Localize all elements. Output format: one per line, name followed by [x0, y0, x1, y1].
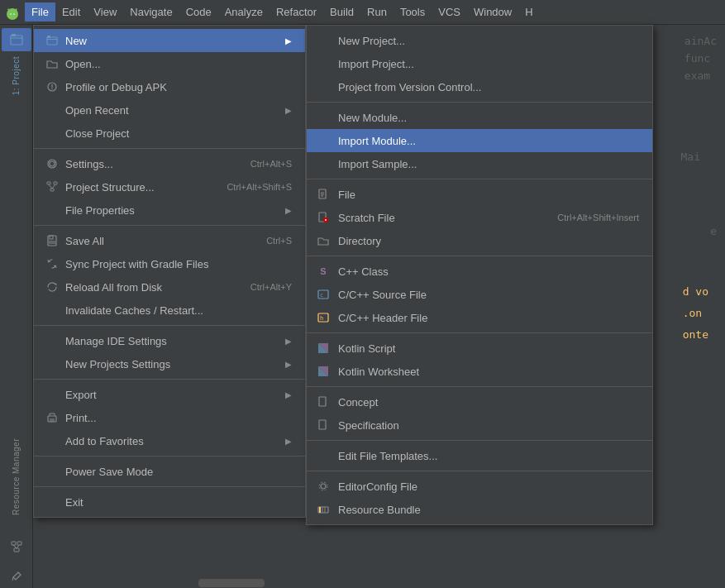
bg-code-line-7: .on [683, 303, 708, 324]
menubar: File Edit View Navigate Code Analyze Ref… [0, 0, 725, 25]
submenu-cpp-source[interactable]: c C/C++ Source File [307, 283, 652, 306]
svg-point-4 [10, 13, 12, 15]
menu-item-close-project[interactable]: Close Project [34, 122, 305, 145]
open-folder-icon [44, 55, 60, 72]
submenu-concept[interactable]: Concept [307, 390, 652, 414]
menu-item-exit[interactable]: Exit [34, 490, 305, 514]
submenu-resource-bundle[interactable]: Resource Bundle [307, 498, 652, 521]
submenu-specification[interactable]: Specification [307, 414, 652, 437]
menu-item-reload[interactable]: Reload All from Disk Ctrl+Alt+Y [34, 275, 305, 299]
submenu-scratch-file[interactable]: Scratch File Ctrl+Alt+Shift+Insert [307, 206, 652, 229]
submenu-file[interactable]: File [307, 183, 652, 206]
menubar-build[interactable]: Build [323, 2, 360, 22]
cpp-source-icon: c [315, 286, 331, 303]
svg-line-23 [52, 184, 55, 189]
submenu-directory[interactable]: Directory [307, 229, 652, 252]
menu-sep-1 [34, 148, 305, 149]
manage-ide-arrow-icon: ▶ [285, 337, 292, 346]
menu-item-print[interactable]: Print... [34, 406, 305, 429]
submenu-directory-label: Directory [338, 235, 639, 247]
resource-bundle-icon [315, 501, 331, 518]
menubar-refactor[interactable]: Refactor [269, 2, 323, 22]
menu-item-new-projects-settings[interactable]: New Projects Settings ▶ [34, 352, 305, 375]
submenu-kotlin-worksheet-label: Kotlin Worksheet [338, 366, 639, 378]
menu-item-export[interactable]: Export ▶ [34, 383, 305, 406]
menubar-run[interactable]: Run [360, 2, 394, 22]
sidebar-project-btn[interactable] [2, 28, 31, 51]
menubar-tools[interactable]: Tools [394, 2, 432, 22]
menubar-edit[interactable]: Edit [55, 2, 87, 22]
submenu-cpp-source-label: C/C++ Source File [338, 289, 639, 301]
menubar-view[interactable]: View [87, 2, 123, 22]
menubar-window[interactable]: Window [467, 2, 518, 22]
submenu-kotlin-script[interactable]: Kotlin Script [307, 337, 652, 360]
open-recent-icon [44, 102, 60, 118]
menubar-code[interactable]: Code [179, 2, 218, 22]
import-project-icon [315, 55, 331, 72]
submenu-sep-3 [307, 256, 652, 256]
menu-item-power-save[interactable]: Power Save Mode [34, 460, 305, 483]
submenu-project-vcs-label: Project from Version Control... [338, 81, 639, 93]
new-module-icon [315, 109, 331, 126]
menu-item-sync-gradle[interactable]: Sync Project with Gradle Files [34, 252, 305, 275]
menu-item-exit-label: Exit [65, 496, 292, 509]
menu-item-invalidate-label: Invalidate Caches / Restart... [65, 304, 292, 317]
submenu-sep-7 [307, 471, 652, 471]
menubar-navigate[interactable]: Navigate [123, 2, 179, 22]
sidebar-structure-btn[interactable] [2, 535, 31, 558]
menu-item-close-project-label: Close Project [65, 127, 292, 140]
submenu-edit-templates[interactable]: Edit File Templates... [307, 444, 652, 467]
menu-item-add-favorites[interactable]: Add to Favorites ▶ [34, 429, 305, 452]
android-icon [3, 3, 21, 22]
submenu-cpp-class[interactable]: S C++ Class [307, 260, 652, 283]
svg-line-22 [49, 184, 52, 189]
submenu-kotlin-worksheet[interactable]: Kotlin Worksheet [307, 360, 652, 383]
project-panel-label[interactable]: 1: Project [12, 56, 21, 95]
submenu-import-project[interactable]: Import Project... [307, 52, 652, 75]
kotlin-worksheet-icon [315, 363, 331, 380]
menu-item-save-all[interactable]: Save All Ctrl+S [34, 229, 305, 252]
svg-text:c: c [320, 292, 323, 299]
submenu-editorconfig[interactable]: EditorConfig File [307, 475, 652, 498]
add-favorites-icon [44, 433, 60, 449]
svg-line-13 [12, 577, 13, 581]
submenu-project-vcs[interactable]: Project from Version Control... [307, 75, 652, 98]
menubar-vcs[interactable]: VCS [432, 2, 467, 22]
submenu-new-module[interactable]: New Module... [307, 106, 652, 129]
menu-item-open-recent[interactable]: Open Recent ▶ [34, 98, 305, 122]
menu-item-settings[interactable]: Settings... Ctrl+Alt+S [34, 152, 305, 175]
menu-item-export-label: Export [65, 389, 279, 401]
submenu-scratch-file-label: Scratch File [338, 212, 544, 224]
menu-item-add-favorites-label: Add to Favorites [65, 435, 279, 447]
menubar-file[interactable]: File [25, 2, 55, 22]
scrollbar-thumb[interactable] [198, 579, 265, 587]
menu-item-new-label: New [65, 35, 279, 47]
project-icon [10, 33, 23, 46]
open-recent-arrow-icon: ▶ [285, 106, 292, 115]
menu-item-profile[interactable]: Profile or Debug APK [34, 75, 305, 98]
svg-rect-14 [47, 37, 57, 45]
bottom-scrollbar[interactable] [33, 578, 725, 588]
menubar-h[interactable]: H [518, 2, 539, 22]
menu-item-file-properties[interactable]: File Properties ▶ [34, 198, 305, 222]
save-all-icon [44, 232, 60, 249]
menu-item-project-structure[interactable]: Project Structure... Ctrl+Alt+Shift+S [34, 175, 305, 198]
submenu-import-module[interactable]: Import Module... [307, 129, 652, 152]
menu-item-project-structure-label: Project Structure... [65, 181, 210, 194]
menu-item-open[interactable]: Open... [34, 52, 305, 75]
bg-code-line-4: Mai [681, 149, 700, 166]
submenu-sep-1 [307, 102, 652, 103]
menu-item-save-all-label: Save All [65, 235, 250, 247]
menu-item-new[interactable]: New ▶ [34, 29, 305, 52]
submenu-cpp-header[interactable]: h C/C++ Header File [307, 306, 652, 329]
power-save-icon [44, 463, 60, 480]
menu-item-invalidate[interactable]: Invalidate Caches / Restart... [34, 299, 305, 322]
menubar-analyze[interactable]: Analyze [218, 2, 269, 22]
submenu-import-sample[interactable]: Import Sample... [307, 152, 652, 175]
submenu-new-project[interactable]: New Project... [307, 29, 652, 52]
resource-manager-label[interactable]: Resource Manager [12, 438, 21, 515]
sidebar-build-btn[interactable] [2, 565, 31, 588]
submenu-concept-label: Concept [338, 396, 639, 409]
svg-point-5 [13, 13, 15, 15]
menu-item-manage-ide[interactable]: Manage IDE Settings ▶ [34, 329, 305, 352]
